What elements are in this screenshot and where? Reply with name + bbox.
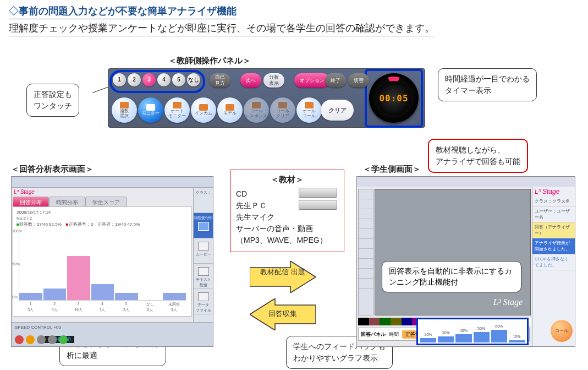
stage-logo: L³ Stage [14, 189, 35, 195]
materials-item: サーバーの音声・動画 [236, 223, 338, 235]
page-subtitle: 理解度チェックや授業アンケートなどが即座に実行、その場で各学生の回答の確認ができ… [9, 21, 435, 36]
materials-item: （MP3、WAVE、MPEG） [236, 235, 338, 246]
pill-切替[interactable]: 切替 [348, 73, 369, 88]
tab-student-score[interactable]: 学生スコア [85, 197, 127, 206]
answer-num-3[interactable]: 3 [142, 73, 156, 86]
tab-answer-dist[interactable]: 回答分布 [13, 197, 49, 206]
svg-marker-0 [250, 261, 316, 293]
feedback-bar-2: 30% [438, 336, 454, 342]
materials-box: ＜教材＞ CD 先生ＰＣ 先生マイク サーバーの音声・動画 （MP3、WAVE、… [230, 170, 344, 252]
analysis-tabs: 回答分布 時間分布 学生スコア [13, 197, 194, 206]
student-canvas: L³ Stage [375, 189, 531, 315]
feedback-bar-5: 60% [491, 330, 507, 342]
page-title: ◇事前の問題入力などが不要な簡単アナライザ機能 [9, 4, 237, 19]
materials-item: 先生マイク [236, 211, 338, 223]
window-titlebar [357, 177, 575, 187]
canvas-logo: L³ Stage [493, 297, 523, 307]
side-movie[interactable]: ムービー [194, 238, 213, 264]
timer-value: 00:05 [369, 93, 419, 104]
ctrl-コール
クリア[interactable]: コールクリア [270, 97, 295, 123]
ctrl-オール
コール[interactable]: オールコール [296, 97, 322, 123]
timer-dial: 00:05 [369, 73, 419, 123]
answer-distribution-chart [19, 229, 186, 301]
ctrl-オート
モニター[interactable]: オートモニター [164, 97, 190, 123]
call-button[interactable]: コール [551, 320, 573, 342]
pill-次へ[interactable]: 次へ [240, 73, 261, 88]
clear-button[interactable]: クリア [321, 100, 354, 121]
y-tick: 100% [12, 229, 22, 233]
dvd-player-icon [299, 188, 339, 212]
feedback-bar-1: 20% [420, 338, 436, 342]
analysis-body: 2008/10/17 17:14 No.2 / 2 ■回答数：37/40 92.… [13, 206, 192, 317]
side-receiving: 回答受付中 [194, 213, 213, 238]
transport-icons[interactable] [15, 335, 68, 344]
tab-time-dist[interactable]: 時間分布 [49, 197, 85, 206]
stage-logo: L³ Stage [532, 187, 575, 197]
side-text[interactable]: テキスト 配信 [194, 264, 213, 289]
feedback-bar-3: 40% [455, 334, 471, 342]
callout-timer: 時間経過が一目でわかる タイマー表示 [438, 68, 537, 101]
analyzer-start-note: アナライザ授業が開始されました。 [532, 238, 575, 254]
answer-num-1[interactable]: 1 [113, 73, 126, 86]
side-class: クラス： [194, 188, 213, 213]
callout-materials-watch: 教材視聴しながら、 アナライザで回答も可能 [428, 139, 528, 173]
side-data[interactable]: データ ファイル [194, 289, 213, 314]
y-tick: 50% [12, 262, 20, 266]
bar-1 [19, 293, 42, 300]
label-teacher-panel: ＜教師側操作パネル＞ [168, 56, 251, 66]
note: STOPを押さなくてました。 [532, 254, 575, 270]
arrow-collect: 回答収集 [250, 298, 316, 330]
answer-num-5[interactable]: 5 [172, 73, 185, 86]
callout-correct-answer: 正答設定も ワンタッチ [26, 84, 79, 117]
ctrl-モデル[interactable]: モデル [217, 97, 243, 123]
ctrl-インカム[interactable]: インカム [191, 97, 216, 123]
answer-num-2[interactable]: 2 [128, 73, 141, 86]
analysis-bottom: SPEED CONTROL +00 0:00:00 [12, 322, 213, 346]
answer-num-4[interactable]: 4 [157, 73, 171, 86]
callout-anti-cheat: 回答表示を自動的に非表示にするカンニング防止機能付 [382, 261, 521, 292]
feedback-bar-4: 50% [474, 332, 490, 342]
class-label: クラス：クラス名 [532, 197, 575, 206]
ctrl-コール
レスポンス[interactable]: コールレスポンス [244, 97, 269, 123]
pill-自己
見方[interactable]: 自己 見方 [210, 73, 230, 88]
chart-count-labels: 3人5人19人7人3人0人3人 [19, 307, 186, 313]
answer-num-なし[interactable]: なし [187, 73, 200, 86]
pill-終了[interactable]: 終了 [325, 73, 346, 88]
analysis-screenshot: L³ Stage 03:02 回答分布 時間分布 学生スコア 2008/10/1… [11, 176, 213, 347]
label-analysis: ＜回答分析表示画面＞ [11, 164, 94, 175]
teacher-control-panel: 12345なし 自己 見方次へ分析 表示オプション終了切替 複数選択モニターオー… [108, 68, 425, 128]
bar-5 [115, 293, 138, 300]
analysis-sidebar: クラス： 回答受付中 ムービー テキスト 配信 データ ファイル [193, 188, 213, 322]
chart-x-labels: 12345なし未回答 [19, 302, 186, 307]
window-titlebar [12, 177, 213, 188]
feedback-bar-未回答: 10% [509, 340, 525, 342]
bar-4 [91, 284, 114, 300]
y-tick: 0% [12, 295, 18, 299]
analysis-meta: 2008/10/17 17:14 No.2 / 2 ■回答数：37/40 92.… [13, 207, 191, 230]
pill-分析
表示[interactable]: 分析 表示 [263, 73, 284, 88]
tool-palette[interactable] [358, 189, 373, 315]
materials-heading: ＜教材＞ [236, 173, 338, 186]
ctrl-複数
選択[interactable]: 複数選択 [112, 97, 137, 123]
label-student: ＜学生側画面＞ [363, 164, 421, 175]
student-feedback-chart: 20%30%40%50%60%10% [416, 318, 529, 345]
user-label: ユーザー：ユーザー名 [532, 206, 575, 222]
arrow-deliver: 教材配信 出題 [250, 261, 316, 293]
bar-2 [43, 289, 67, 300]
analyzer-button[interactable]: 回答（アナライザー） [532, 222, 575, 238]
bar-未回答 [163, 293, 186, 300]
ctrl-モニター[interactable]: モニター [138, 97, 163, 123]
bar-3 [67, 256, 90, 300]
